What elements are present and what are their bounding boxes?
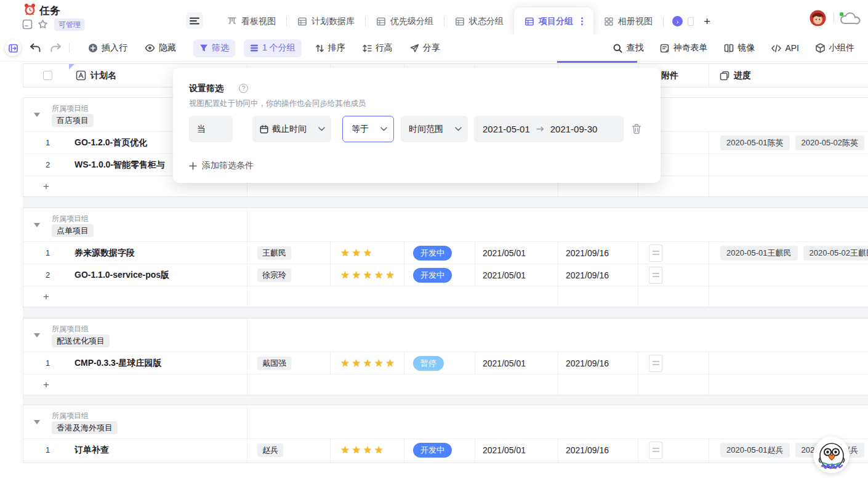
- note-icon[interactable]: [22, 19, 33, 30]
- api-button[interactable]: API: [771, 43, 799, 53]
- filter-button[interactable]: 筛选: [193, 39, 235, 57]
- progress-chip: 2020-05-01王麒民: [720, 246, 798, 261]
- assistant-mascot[interactable]: [813, 437, 850, 473]
- end-date: 2021/09/16: [558, 270, 609, 280]
- tab-label: 项目分组: [539, 16, 573, 27]
- table-icon: [376, 17, 386, 26]
- tab-kanban-view[interactable]: 看板视图: [217, 7, 286, 35]
- tab-status-group[interactable]: 状态分组: [444, 7, 514, 35]
- table-row[interactable]: 2 GO-1.1.0-service-pos版 徐宗玲 ★★★★★ 开发中 20…: [23, 264, 868, 286]
- text-field-icon: [76, 70, 86, 81]
- add-view-button[interactable]: +: [704, 15, 710, 28]
- plus-icon: +: [23, 379, 49, 391]
- date-end-value[interactable]: 2021-09-30: [550, 124, 598, 134]
- attachment-thumbnail[interactable]: [649, 244, 662, 262]
- sort-label: 排序: [328, 42, 345, 54]
- table-row[interactable]: 1 订单补查 赵兵 ★★★★ 开发中 2021/05/01 2021/09/16…: [23, 438, 868, 461]
- search-icon: [613, 44, 622, 53]
- tab-label: 看板视图: [241, 16, 276, 27]
- table-row[interactable]: 1 CMP-0.3.3-星球庄园版 戴国强 ★★★★★ 暂停 2021/05/0…: [23, 352, 868, 374]
- group-header: 所属项目组 配送优化项目: [23, 318, 868, 352]
- code-icon: [771, 44, 781, 52]
- panel-toggle-button[interactable]: [5, 40, 21, 56]
- star-favorite-icon[interactable]: [38, 19, 48, 30]
- tab-priority-group[interactable]: 优先级分组: [366, 7, 444, 35]
- tab-plan-database[interactable]: 计划数据库: [287, 7, 365, 35]
- attachment-thumbnail[interactable]: [649, 267, 662, 284]
- star-rating: ★★★★★: [340, 357, 396, 370]
- row-number: 1: [43, 248, 50, 257]
- tab-more-icon[interactable]: [581, 17, 583, 25]
- start-date: 2021/05/01: [475, 445, 526, 455]
- trash-icon[interactable]: [632, 124, 641, 134]
- row-height-button[interactable]: 行高: [363, 42, 393, 54]
- sort-button[interactable]: 排序: [315, 42, 345, 54]
- filter-label: 筛选: [212, 42, 229, 54]
- group-gap: [23, 197, 868, 208]
- plan-name: GO-1.1.0-service-pos版: [74, 270, 169, 281]
- user-avatar[interactable]: [810, 10, 826, 26]
- attachment-thumbnail[interactable]: [649, 442, 662, 459]
- progress-chip: 2020-05-02王麒民: [803, 246, 868, 261]
- mirror-icon: [724, 44, 734, 52]
- add-row-button[interactable]: +: [23, 286, 868, 307]
- menu-icon[interactable]: [186, 12, 203, 29]
- collapse-triangle-icon[interactable]: [34, 420, 40, 424]
- row-height-label: 行高: [376, 42, 393, 54]
- plus-icon: +: [23, 291, 49, 303]
- select-all-checkbox[interactable]: [43, 71, 52, 80]
- share-icon: [410, 44, 419, 53]
- add-filter-condition-button[interactable]: 添加筛选条件: [189, 160, 254, 171]
- eye-icon: [145, 44, 155, 52]
- widget-cube-icon: [816, 43, 825, 53]
- find-button[interactable]: 查找: [613, 42, 643, 54]
- mirror-button[interactable]: 镜像: [724, 42, 755, 54]
- hide-fields-button[interactable]: 隐藏: [145, 42, 176, 54]
- insert-row-button[interactable]: 插入行: [88, 42, 127, 54]
- collapse-triangle-icon[interactable]: [34, 223, 40, 227]
- operator-select[interactable]: 等于: [342, 116, 394, 142]
- when-label-chip: 当: [189, 116, 233, 142]
- add-row-button[interactable]: +: [23, 374, 868, 395]
- header-progress-cell[interactable]: 进度: [709, 64, 868, 87]
- partially-visible-row: [23, 461, 868, 463]
- group-header: 所属项目组 点单项目: [23, 208, 868, 241]
- status-badge: 暂停: [413, 356, 444, 371]
- group-name-chip: 点单项目: [52, 224, 94, 237]
- more-views-clipped[interactable]: ›: [672, 16, 694, 26]
- group-button[interactable]: 1 个分组: [244, 39, 302, 57]
- date-range-input[interactable]: 2021-05-01 2021-09-30: [474, 116, 624, 142]
- star-rating: ★★★★: [340, 443, 385, 456]
- collapse-triangle-icon[interactable]: [34, 113, 40, 117]
- magic-form-button[interactable]: 神奇表单: [660, 42, 707, 54]
- sync-status-icon[interactable]: [837, 10, 861, 27]
- status-badge: 开发中: [413, 246, 452, 261]
- find-label: 查找: [626, 42, 643, 54]
- permission-badge: 可管理: [54, 18, 85, 31]
- range-type-select[interactable]: 时间范围: [401, 116, 468, 142]
- plan-name: WS-1.0.0-智能零售柜与: [74, 160, 165, 171]
- tab-label: 优先级分组: [390, 16, 433, 27]
- tab-project-group-active[interactable]: 项目分组: [514, 7, 593, 35]
- tab-gallery-view[interactable]: 相册视图: [593, 7, 663, 35]
- redo-icon[interactable]: [50, 43, 62, 53]
- attachment-thumbnail[interactable]: [649, 355, 662, 372]
- chevron-down-icon: [455, 127, 462, 131]
- group-xianggang: 所属项目组 香港及海外项目 1 订单补查 赵兵 ★★★★ 开发中 2021/05…: [23, 405, 868, 463]
- plan-name: 券来源数据字段: [74, 248, 135, 259]
- table-row[interactable]: 1 券来源数据字段 王麒民 ★★★ 开发中 2021/05/01 2021/09…: [23, 241, 868, 264]
- group-field-label: 所属项目组: [52, 411, 89, 421]
- plan-name: GO-1.2.0-首页优化: [74, 137, 147, 148]
- view-toolbar: 插入行 隐藏 筛选 1 个分组 排序 行高 分享 查找: [0, 35, 868, 62]
- share-button[interactable]: 分享: [410, 42, 440, 54]
- sort-icon: [315, 44, 324, 53]
- undo-icon[interactable]: [30, 43, 41, 53]
- field-select[interactable]: 截止时间: [252, 116, 331, 142]
- progress-chip: 2020-05-01赵兵: [720, 443, 790, 458]
- collapse-triangle-icon[interactable]: [34, 333, 40, 337]
- end-date: 2021/09/16: [558, 358, 609, 368]
- date-start-value[interactable]: 2021-05-01: [483, 124, 530, 134]
- help-icon[interactable]: ?: [239, 84, 248, 93]
- row-number: 1: [43, 445, 50, 455]
- widget-button[interactable]: 小组件: [816, 42, 854, 54]
